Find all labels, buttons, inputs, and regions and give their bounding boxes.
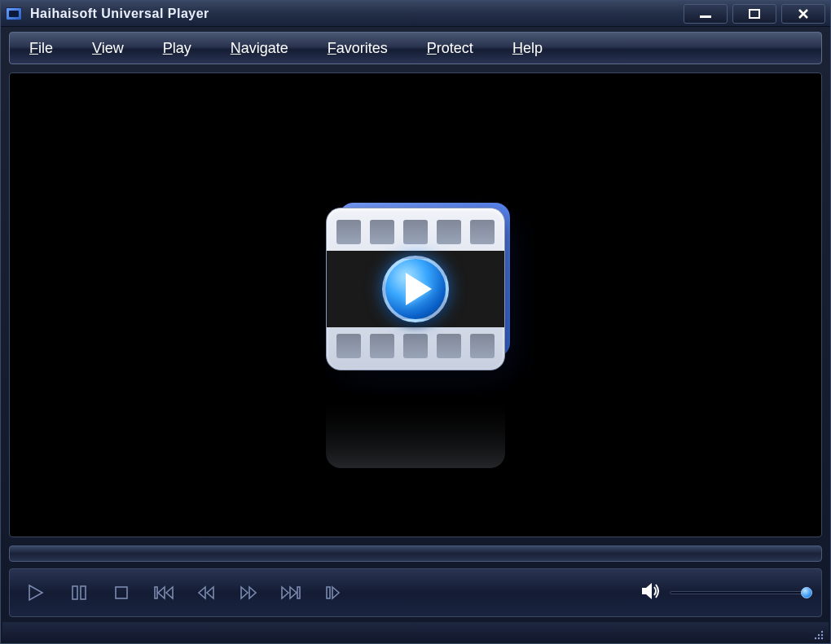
svg-rect-7	[327, 587, 330, 598]
menu-play[interactable]: Play	[163, 40, 191, 57]
play-button[interactable]	[23, 580, 51, 605]
svg-rect-4	[116, 587, 127, 598]
logo-play-icon	[382, 256, 449, 322]
menu-file[interactable]: File	[29, 40, 53, 57]
menu-help[interactable]: Help	[512, 40, 543, 57]
menu-view[interactable]: View	[92, 40, 124, 57]
volume-thumb[interactable]	[801, 587, 812, 598]
svg-point-9	[818, 634, 820, 636]
pause-icon	[70, 584, 88, 602]
forward-button[interactable]	[235, 580, 262, 605]
skip-next-icon	[280, 585, 301, 601]
menu-protect[interactable]: Protect	[427, 40, 473, 57]
minimize-icon	[698, 8, 713, 20]
menu-navigate[interactable]: Navigate	[231, 40, 288, 57]
status-bar	[2, 622, 829, 642]
svg-rect-5	[155, 587, 157, 598]
svg-point-8	[821, 631, 823, 633]
title-bar[interactable]: Haihaisoft Universal Player	[1, 1, 830, 27]
svg-rect-2	[73, 586, 77, 599]
menu-bar: File View Play Navigate Favorites Protec…	[9, 32, 822, 64]
svg-point-11	[815, 637, 816, 639]
seek-bar[interactable]	[9, 545, 822, 562]
maximize-button[interactable]	[732, 4, 776, 24]
player-logo	[326, 208, 505, 370]
close-button[interactable]	[781, 4, 825, 24]
close-icon	[796, 8, 811, 20]
step-frame-button[interactable]	[319, 580, 347, 605]
fast-forward-icon	[238, 585, 259, 601]
svg-rect-0	[700, 15, 711, 18]
stop-button[interactable]	[108, 580, 135, 605]
svg-rect-3	[81, 586, 86, 599]
svg-point-13	[821, 637, 823, 639]
skip-previous-icon	[153, 585, 174, 601]
svg-rect-1	[750, 10, 759, 18]
svg-point-10	[821, 634, 823, 636]
rewind-icon	[196, 585, 217, 601]
speaker-icon[interactable]	[640, 582, 662, 603]
control-bar	[9, 568, 822, 617]
svg-point-12	[818, 637, 820, 639]
stop-icon	[112, 584, 130, 602]
previous-button[interactable]	[150, 580, 178, 605]
resize-grip-icon	[812, 629, 824, 640]
maximize-icon	[747, 8, 762, 20]
pause-button[interactable]	[65, 580, 93, 605]
rewind-button[interactable]	[192, 580, 220, 605]
app-title: Haihaisoft Universal Player	[30, 7, 209, 21]
volume-control	[640, 582, 808, 603]
app-window: Haihaisoft Universal Player File View Pl…	[0, 0, 831, 644]
menu-favorites[interactable]: Favorites	[328, 40, 388, 57]
video-area[interactable]	[9, 72, 822, 537]
resize-grip[interactable]	[812, 629, 824, 640]
play-icon	[26, 583, 47, 602]
step-frame-icon	[324, 585, 342, 601]
next-button[interactable]	[277, 580, 305, 605]
volume-slider[interactable]	[670, 591, 808, 594]
svg-rect-6	[297, 587, 300, 598]
minimize-button[interactable]	[684, 4, 728, 24]
app-icon	[6, 7, 22, 20]
